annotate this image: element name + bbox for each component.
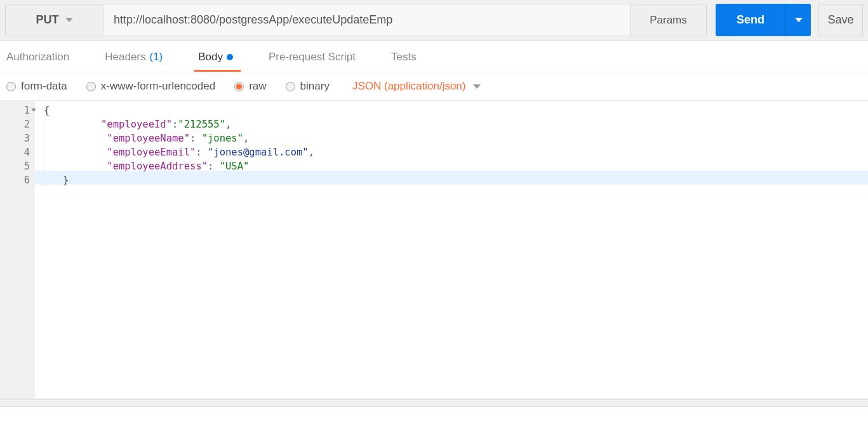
radio-icon	[86, 82, 96, 91]
body-type-selector: form-data x-www-form-urlencoded raw bina…	[0, 72, 868, 101]
request-tabs: Authorization Headers (1) Body Pre-reque…	[0, 41, 868, 72]
code-line: "employeeEmail": "jones@gmail.com",	[44, 145, 868, 159]
modified-dot-icon	[227, 54, 233, 60]
active-line-highlight	[35, 171, 868, 185]
body-editor[interactable]: 1 2 3 4 5 6 { "employeeId":"212555", "em…	[0, 101, 868, 399]
content-type-dropdown[interactable]: JSON (application/json)	[352, 80, 481, 93]
code-line: {	[44, 103, 868, 117]
http-method-select[interactable]: PUT	[5, 4, 103, 36]
url-input[interactable]	[103, 4, 631, 36]
response-separator	[0, 399, 868, 407]
radio-icon	[6, 82, 16, 91]
radio-icon	[286, 82, 295, 91]
chevron-down-icon	[473, 84, 481, 89]
radio-form-data[interactable]: form-data	[6, 80, 67, 93]
tab-headers[interactable]: Headers (1)	[101, 44, 170, 72]
code-area[interactable]: { "employeeId":"212555", "employeeName":…	[35, 101, 868, 399]
params-button[interactable]: Params	[631, 4, 707, 36]
chevron-down-icon	[795, 18, 803, 22]
http-method-label: PUT	[36, 13, 59, 27]
line-number-gutter: 1 2 3 4 5 6	[0, 101, 35, 399]
line-number: 6	[0, 173, 30, 187]
radio-raw[interactable]: raw	[234, 80, 266, 93]
send-button-group: Send	[716, 4, 811, 36]
save-button[interactable]: Save	[818, 4, 863, 36]
line-number: 3	[0, 131, 30, 145]
radio-urlencoded[interactable]: x-www-form-urlencoded	[86, 80, 215, 93]
tab-authorization[interactable]: Authorization	[3, 44, 77, 72]
line-number: 1	[0, 103, 30, 117]
radio-selected-icon	[234, 82, 244, 91]
line-number: 4	[0, 145, 30, 159]
tab-prerequest-script[interactable]: Pre-request Script	[265, 44, 363, 72]
tab-body[interactable]: Body	[194, 44, 241, 72]
radio-binary[interactable]: binary	[286, 80, 330, 93]
send-dropdown-button[interactable]	[785, 4, 811, 36]
line-number: 2	[0, 117, 30, 131]
line-number: 5	[0, 159, 30, 173]
send-button[interactable]: Send	[716, 4, 785, 36]
code-line: "employeeId":"212555",	[44, 117, 868, 131]
chevron-down-icon	[65, 18, 73, 22]
code-line: "employeeName": "jones",	[44, 131, 868, 145]
request-bar: PUT Params Send Save	[0, 0, 868, 41]
tab-tests[interactable]: Tests	[387, 44, 424, 72]
